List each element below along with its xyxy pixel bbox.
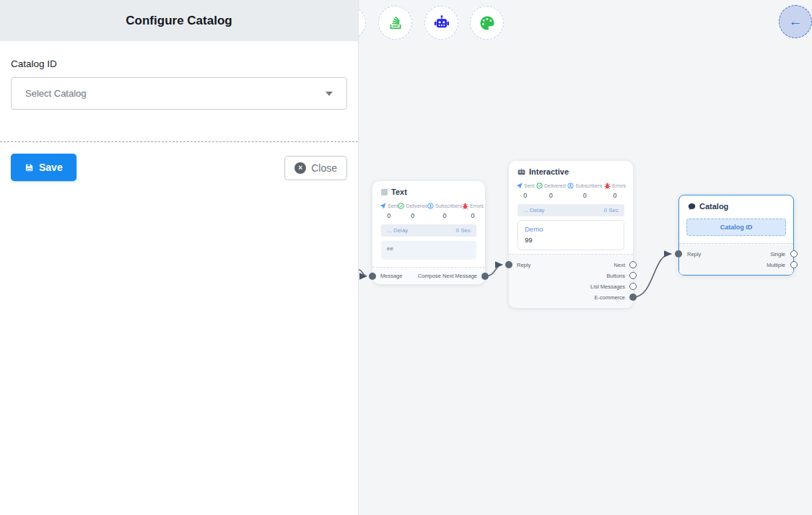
divider <box>0 141 358 142</box>
delay-value: 0 Sec <box>456 227 471 234</box>
sent-icon <box>516 182 523 189</box>
node-catalog-footer: Reply Single Multiple <box>679 243 793 275</box>
catalog-select-value: Select Catalog <box>25 88 87 99</box>
node-interactive[interactable]: Interactive Sent 0 Delivered 0 Subscribe… <box>509 161 633 308</box>
chevron-down-icon <box>326 92 333 96</box>
catalog-output-multiple-handle[interactable] <box>790 261 798 268</box>
panel-body: Catalog ID Select Catalog Save × <box>0 58 358 181</box>
interactive-output-buttons-handle[interactable] <box>629 272 637 279</box>
catalog-id-label: Catalog ID <box>11 58 347 69</box>
toolbar-button-palette[interactable] <box>470 6 504 40</box>
delay-value: 0 Sec <box>604 207 619 214</box>
robot-icon <box>433 14 450 32</box>
interactive-node-icon <box>518 168 525 176</box>
back-arrow-icon: ← <box>789 14 803 30</box>
stat-errors: Errors 0 <box>604 182 626 199</box>
delivered-icon <box>398 203 404 209</box>
delivered-icon <box>536 182 543 189</box>
save-button[interactable]: Save <box>11 154 77 181</box>
errors-icon <box>604 182 611 189</box>
collapse-panel-button[interactable]: ← <box>779 5 812 38</box>
port-label-next: Next <box>614 262 625 268</box>
delay-label: ... Delay <box>387 227 408 234</box>
node-text-stats: Sent 0 Delivered 0 Subscribers 0 Errors … <box>372 198 485 219</box>
toolbar-button-queue[interactable] <box>378 6 412 40</box>
subscribers-icon <box>427 203 434 209</box>
interactive-output-list-messages-handle[interactable] <box>629 283 637 290</box>
stat-sent: Sent 0 <box>380 203 398 219</box>
edge-interactive-to-catalog <box>633 254 671 297</box>
text-input-port-label: Message <box>380 273 402 279</box>
interactive-body-title: Demo <box>525 225 617 233</box>
port-label-ecommerce: E-commerce <box>594 294 625 301</box>
catalog-id-button[interactable]: Catalog ID <box>686 219 786 236</box>
catalog-select[interactable]: Select Catalog <box>11 77 347 110</box>
node-text-title: Text <box>391 188 407 196</box>
subscribers-icon <box>567 182 574 189</box>
interactive-input-port-label: Reply <box>517 262 531 268</box>
edge-into-text <box>359 270 367 276</box>
node-catalog-header: Catalog <box>679 195 793 213</box>
node-text-footer: Message Compose Next Message <box>372 267 485 284</box>
interactive-body-preview[interactable]: Demo 99 <box>518 220 624 250</box>
queue-icon <box>388 15 403 31</box>
node-interactive-title: Interactive <box>529 167 569 176</box>
stat-subscribers: Subscribers 0 <box>567 182 602 199</box>
stat-errors: Errors 0 <box>462 203 484 219</box>
palette-icon <box>479 14 496 32</box>
delay-bar[interactable]: ... Delay 0 Sec <box>518 204 624 216</box>
close-button[interactable]: × Close <box>284 156 347 180</box>
save-icon <box>25 163 34 172</box>
text-message-preview[interactable]: ee <box>381 241 476 260</box>
interactive-output-ecommerce-handle[interactable] <box>629 294 637 301</box>
port-label-single: Single <box>770 251 785 258</box>
port-label-buttons: Buttons <box>607 273 625 279</box>
button-row: Save × Close <box>11 154 347 181</box>
text-node-icon <box>381 189 388 195</box>
node-text-header: Text <box>372 181 485 198</box>
toolbar-button-partial[interactable] <box>359 6 366 40</box>
stat-delivered: Delivered 0 <box>398 203 427 219</box>
text-output-handle[interactable] <box>481 273 489 280</box>
toolbar-button-bot[interactable] <box>424 6 458 40</box>
catalog-input-handle[interactable] <box>675 250 682 258</box>
node-interactive-header: Interactive <box>509 161 633 178</box>
interactive-output-next-handle[interactable] <box>629 261 637 268</box>
catalog-output-single-handle[interactable] <box>790 250 798 258</box>
stat-sent: Sent 0 <box>516 182 534 199</box>
flow-builder-app: Configure Catalog Catalog ID Select Cata… <box>0 0 812 515</box>
node-catalog[interactable]: Catalog Catalog ID Reply Single Multiple <box>678 195 794 276</box>
errors-icon <box>462 203 468 209</box>
page-title: Configure Catalog <box>126 14 232 28</box>
port-label-multiple: Multiple <box>767 262 785 268</box>
node-interactive-footer: Reply Next Buttons List Messages E-comme… <box>509 254 633 308</box>
interactive-input-handle[interactable] <box>505 261 512 268</box>
flow-canvas[interactable]: ← Text Sent 0 <box>359 0 812 515</box>
port-label-list-messages: List Messages <box>590 283 625 290</box>
node-interactive-stats: Sent 0 Delivered 0 Subscribers 0 Errors … <box>509 178 633 199</box>
interactive-body-value: 99 <box>525 236 617 244</box>
chat-bubble-icon <box>688 203 696 211</box>
node-catalog-title: Catalog <box>699 202 728 211</box>
panel-header: Configure Catalog <box>0 0 358 41</box>
delay-bar[interactable]: ... Delay 0 Sec <box>381 224 476 237</box>
stat-subscribers: Subscribers 0 <box>427 203 462 219</box>
stat-delivered: Delivered 0 <box>536 182 566 199</box>
text-input-handle[interactable] <box>369 273 376 280</box>
catalog-input-port-label: Reply <box>687 251 701 258</box>
configure-catalog-panel: Configure Catalog Catalog ID Select Cata… <box>0 0 359 515</box>
close-icon: × <box>294 162 306 174</box>
save-button-label: Save <box>39 162 63 173</box>
delay-label: ... Delay <box>523 207 544 214</box>
node-text[interactable]: Text Sent 0 Delivered 0 Subscribers 0 Er… <box>372 181 485 284</box>
close-button-label: Close <box>311 162 337 174</box>
text-output-port-label: Compose Next Message <box>418 273 477 279</box>
sent-icon <box>380 203 386 209</box>
